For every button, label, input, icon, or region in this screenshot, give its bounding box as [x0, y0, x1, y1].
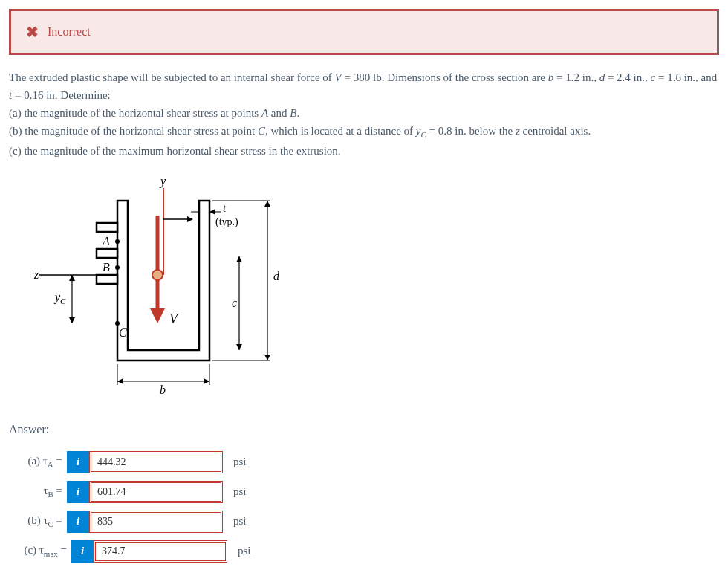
answer-row-tc: (b) τC = i psi	[9, 511, 719, 533]
label-B: B	[103, 261, 110, 273]
text: = 2.4 in.,	[605, 71, 650, 83]
label-C: C	[119, 326, 127, 339]
status-banner: ✖ Incorrect	[9, 9, 719, 55]
status-text: Incorrect	[48, 25, 91, 39]
var-yc-sub: C	[420, 130, 426, 139]
svg-marker-17	[117, 378, 123, 384]
svg-marker-14	[69, 275, 75, 281]
info-icon[interactable]: i	[67, 451, 89, 473]
label-b: b	[160, 383, 166, 396]
answer-title: Answer:	[9, 423, 719, 436]
answer-var-tc: (b) τC =	[9, 514, 67, 528]
text: The extruded plastic shape will be subje…	[9, 71, 335, 83]
unit-psi: psi	[233, 515, 247, 528]
info-icon[interactable]: i	[67, 481, 89, 503]
svg-marker-25	[236, 256, 242, 262]
text: , which is located at a distance of	[265, 125, 416, 137]
svg-marker-29	[264, 355, 270, 360]
input-tb[interactable]	[89, 481, 223, 503]
svg-marker-18	[204, 378, 209, 384]
label-V: V	[169, 311, 179, 326]
cross-section-figure: y V z A B C yC b t (typ.)	[31, 175, 719, 401]
answer-var-tb: τB =	[9, 485, 67, 499]
text: centroidal axis.	[520, 125, 591, 137]
answer-var-tmax: (c) τmax =	[9, 544, 71, 558]
problem-statement: The extruded plastic shape will be subje…	[9, 68, 719, 160]
input-tmax[interactable]	[94, 540, 227, 563]
label-y: y	[159, 175, 166, 188]
unit-psi: psi	[238, 545, 251, 557]
svg-marker-26	[236, 344, 242, 350]
svg-marker-15	[69, 317, 75, 323]
info-icon[interactable]: i	[67, 511, 89, 533]
svg-rect-2	[97, 275, 117, 284]
svg-point-10	[115, 239, 120, 244]
text: (b) the magnitude of the horizontal shea…	[9, 125, 258, 137]
var-C: C	[258, 125, 265, 137]
svg-marker-28	[264, 201, 270, 207]
svg-point-11	[115, 265, 120, 270]
text: = 0.16 in. Determine:	[12, 89, 111, 101]
answer-row-tmax: (c) τmax = i psi	[9, 540, 719, 563]
label-t: t	[223, 202, 227, 214]
text: (a) the magnitude of the horizontal shea…	[9, 107, 261, 119]
var-A: A	[261, 107, 268, 119]
svg-marker-5	[150, 308, 165, 323]
text: and	[268, 107, 290, 119]
svg-rect-0	[97, 223, 117, 232]
figure-svg: y V z A B C yC b t (typ.)	[31, 175, 284, 398]
input-tc[interactable]	[89, 511, 223, 533]
answer-var-ta: (a) τA =	[9, 455, 67, 469]
label-c: c	[232, 297, 237, 309]
var-V: V	[335, 71, 342, 83]
text: = 1.6 in., and	[655, 71, 717, 83]
label-d: d	[273, 270, 280, 282]
label-A: A	[102, 235, 110, 247]
answer-row-a: (a) τA = i psi	[9, 451, 719, 473]
text: .	[296, 107, 299, 119]
svg-marker-9	[187, 216, 193, 222]
close-icon: ✖	[26, 23, 39, 41]
text: = 1.2 in.,	[553, 71, 599, 83]
svg-point-6	[152, 270, 163, 280]
info-icon[interactable]: i	[71, 540, 94, 563]
label-z: z	[33, 268, 39, 281]
answer-row-tb: τB = i psi	[9, 481, 719, 503]
unit-psi: psi	[233, 456, 247, 468]
input-ta[interactable]	[89, 451, 223, 473]
answer-section: Answer: (a) τA = i psi τB = i psi (b) τC…	[9, 423, 719, 563]
unit-psi: psi	[233, 485, 247, 498]
text: = 0.8 in. below the	[426, 125, 516, 137]
text: = 380 lb. Dimensions of the cross sectio…	[342, 71, 548, 83]
text: (c) the magnitude of the maximum horizon…	[9, 145, 341, 157]
svg-point-12	[115, 321, 120, 326]
svg-rect-1	[97, 249, 117, 258]
label-typ: (typ.)	[215, 216, 238, 228]
label-yc: yC	[53, 291, 66, 305]
